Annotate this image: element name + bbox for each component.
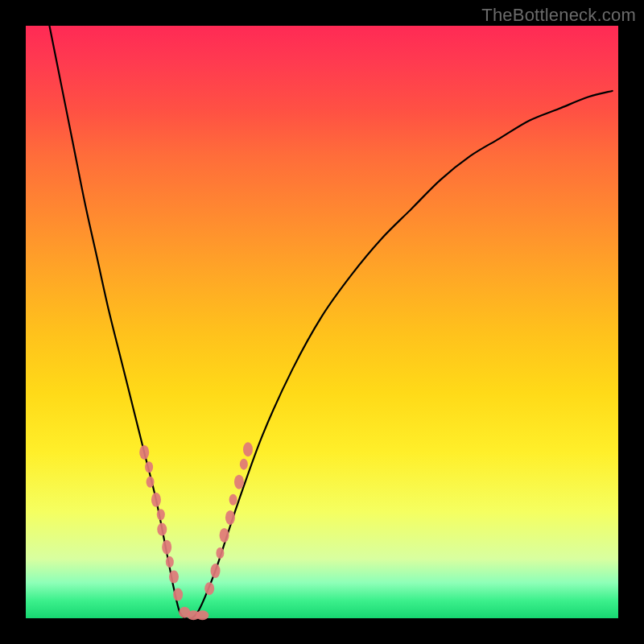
- data-marker: [173, 588, 183, 601]
- watermark-text: TheBottleneck.com: [481, 5, 636, 26]
- right-marker-cluster: [204, 442, 253, 595]
- data-marker: [157, 523, 167, 536]
- data-marker: [216, 547, 224, 559]
- data-marker: [196, 610, 208, 620]
- data-marker: [166, 556, 174, 568]
- data-marker: [234, 475, 244, 489]
- data-marker: [162, 540, 171, 555]
- data-marker: [229, 494, 237, 506]
- data-marker: [204, 582, 214, 595]
- data-marker: [139, 445, 149, 460]
- chart-frame: TheBottleneck.com: [0, 0, 644, 644]
- data-marker: [211, 564, 221, 578]
- left-marker-cluster: [139, 445, 208, 620]
- data-marker: [145, 461, 153, 473]
- data-marker: [225, 510, 235, 525]
- data-marker: [240, 459, 248, 470]
- bottleneck-curve: [49, 26, 612, 619]
- data-marker: [243, 442, 253, 456]
- data-marker: [151, 493, 161, 507]
- data-marker: [169, 570, 179, 583]
- data-marker: [220, 528, 229, 543]
- curve-svg: [26, 26, 618, 618]
- plot-area: [26, 26, 618, 618]
- data-marker: [157, 509, 165, 520]
- data-marker: [147, 477, 155, 488]
